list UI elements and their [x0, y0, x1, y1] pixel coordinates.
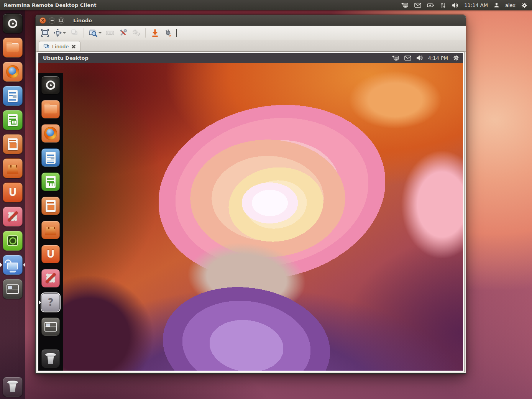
remote-clock[interactable]: 4:14 PM [428, 55, 448, 61]
system-settings-icon[interactable] [41, 269, 60, 287]
software-center-icon-shape [7, 165, 18, 174]
ubuntu-one-icon[interactable]: U [3, 182, 23, 202]
workspace-switcher-icon-shape [7, 284, 19, 294]
scale-dropdown-caret[interactable] [63, 32, 66, 35]
files-folder-icon[interactable] [41, 100, 60, 118]
tools-button[interactable] [117, 27, 129, 39]
remote-unity-launcher: U? [38, 73, 63, 371]
fullscreen-button[interactable] [39, 27, 51, 39]
libreoffice-impress-icon-shape [46, 200, 56, 212]
focused-indicator-arrow [21, 263, 25, 267]
toolbar-separator [84, 28, 84, 38]
libreoffice-impress-icon[interactable] [41, 197, 60, 215]
minimize-button[interactable] [49, 17, 55, 24]
close-tab-icon[interactable] [71, 44, 76, 49]
duplicate-connection-button[interactable] [68, 27, 80, 39]
remote-app-menu[interactable]: Ubuntu Desktop [43, 55, 89, 61]
window-titlebar[interactable]: Linode [36, 15, 466, 26]
firefox-icon[interactable] [3, 62, 23, 82]
remote-wallpaper[interactable]: U? [38, 63, 463, 371]
libreoffice-writer-icon-shape [46, 152, 56, 164]
system-settings-icon-shape [46, 274, 55, 282]
remote-tray: 4:14 PM [392, 55, 459, 61]
close-button[interactable] [39, 17, 46, 24]
system-settings-icon[interactable] [3, 207, 23, 227]
battery-indicator-icon[interactable] [427, 3, 435, 8]
remote-launcher-items: U? [41, 76, 60, 336]
zoom-dropdown-caret[interactable] [99, 32, 102, 35]
libreoffice-calc-icon-shape [46, 176, 56, 188]
ubuntu-dash-icon-shape [8, 19, 17, 28]
grab-keyboard-button[interactable] [149, 27, 161, 39]
window-title: Linode [73, 18, 92, 23]
session-username[interactable]: alex [505, 2, 516, 8]
wallpaper-blob [140, 265, 353, 371]
workspace-switcher-icon-shape [44, 322, 57, 332]
trash-icon[interactable] [3, 377, 23, 397]
software-center-icon[interactable] [41, 221, 60, 239]
maximize-button[interactable] [58, 17, 64, 24]
unknown-app-icon[interactable]: ? [41, 293, 60, 312]
disconnect-button[interactable] [162, 27, 174, 39]
power-gear-icon[interactable] [453, 55, 459, 61]
ubuntu-one-icon-shape: U [46, 248, 54, 260]
ubuntu-one-icon[interactable]: U [41, 245, 60, 263]
files-folder-icon[interactable] [3, 38, 23, 57]
trash-icon[interactable] [41, 349, 60, 368]
libreoffice-calc-icon-shape [8, 114, 18, 126]
files-folder-icon-shape [44, 105, 57, 113]
power-gear-icon[interactable] [521, 2, 527, 8]
ubuntu-tweak-icon[interactable] [3, 231, 23, 251]
wallpaper-blob [234, 177, 306, 229]
host-launcher-items: U [3, 13, 23, 299]
toolbar-separator [145, 28, 146, 38]
preferences-button[interactable] [130, 27, 142, 39]
zoom-button[interactable] [87, 27, 103, 39]
ubuntu-dash-icon[interactable] [41, 76, 60, 94]
libreoffice-impress-icon[interactable] [3, 134, 23, 154]
host-clock[interactable]: 11:14 AM [464, 2, 488, 8]
remote-session-indicator-icon[interactable] [401, 2, 409, 8]
scale-window-button[interactable] [52, 27, 67, 39]
remmina-icon[interactable] [3, 255, 23, 275]
firefox-icon-shape [44, 127, 57, 140]
firefox-icon[interactable] [41, 124, 60, 143]
ubuntu-dash-icon[interactable] [3, 13, 23, 33]
tab-linode[interactable]: Linode [39, 41, 80, 51]
host-panel-title: Remmina Remote Desktop Client [4, 2, 97, 8]
workspace-switcher-icon[interactable] [3, 279, 23, 299]
system-settings-icon-shape [8, 212, 17, 221]
remote-session-indicator-icon[interactable] [392, 55, 399, 61]
workspace-switcher-icon[interactable] [41, 317, 60, 336]
libreoffice-writer-icon[interactable] [41, 148, 60, 167]
running-indicator-arrow [0, 263, 5, 267]
remote-desktop-view[interactable]: Ubuntu Desktop 4:14 PM [38, 53, 463, 371]
libreoffice-calc-icon[interactable] [3, 110, 23, 130]
libreoffice-calc-icon[interactable] [41, 172, 60, 191]
trash-icon-shape [8, 383, 17, 392]
trash-icon-shape [46, 355, 55, 364]
remote-screen-icon [43, 44, 49, 49]
network-sync-icon[interactable] [440, 2, 446, 8]
files-folder-icon-shape [7, 43, 19, 52]
software-center-icon-shape [45, 227, 56, 235]
send-keys-button[interactable] [104, 27, 116, 39]
ubuntu-dash-icon-shape [46, 80, 55, 90]
connection-tabstrip: Linode [36, 40, 466, 52]
user-icon[interactable] [494, 2, 499, 8]
software-center-icon[interactable] [3, 158, 23, 178]
host-unity-launcher: U [0, 10, 25, 399]
remote-launcher-bottom [41, 349, 60, 368]
libreoffice-writer-icon[interactable] [3, 86, 23, 106]
volume-icon[interactable] [416, 55, 423, 61]
text-cursor [176, 29, 177, 37]
ubuntu-one-icon-shape: U [8, 187, 16, 198]
mail-indicator-icon[interactable] [414, 3, 421, 8]
mail-indicator-icon[interactable] [404, 56, 411, 61]
volume-icon[interactable] [452, 2, 458, 8]
host-top-panel: Remmina Remote Desktop Client 11:14 AM a… [0, 0, 532, 10]
tab-label: Linode [52, 44, 69, 49]
host-launcher-bottom [3, 377, 23, 397]
host-tray: 11:14 AM alex [401, 2, 527, 8]
remote-top-panel: Ubuntu Desktop 4:14 PM [38, 53, 463, 63]
